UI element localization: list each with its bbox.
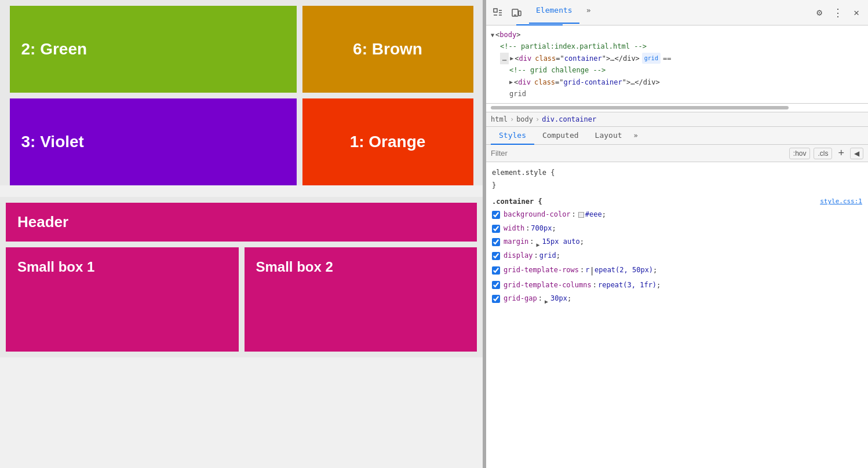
collapse-button[interactable]: ◀ <box>850 148 863 159</box>
ellipsis-btn[interactable]: … <box>500 53 509 64</box>
element-style-header: element.style { <box>492 167 862 180</box>
tab-styles-more[interactable]: » <box>630 127 641 144</box>
webpage-preview: 2: Green 6: Brown 3: Violet 1: Orange H <box>0 0 483 468</box>
box-orange: 1: Orange <box>302 98 473 185</box>
tab-elements[interactable]: Elements <box>529 2 579 24</box>
container-triangle[interactable]: ▶ <box>510 53 513 63</box>
hov-button[interactable]: :hov <box>789 148 811 159</box>
box-small-1: Small box 1 <box>6 247 239 352</box>
prop-grid-gap: grid-gap : ▶ 30px ; <box>492 292 862 306</box>
tree-body[interactable]: ▼ <body> <box>491 29 863 41</box>
violet-label: 3: Violet <box>21 133 84 151</box>
header-label: Header <box>17 213 68 231</box>
tab-more[interactable]: » <box>579 2 598 24</box>
html-tree-scrollbar[interactable] <box>491 106 789 109</box>
filter-bar: :hov .cls + ◀ <box>486 145 868 162</box>
prop-margin-checkbox[interactable] <box>492 238 500 246</box>
menu-icon[interactable]: ⋮ <box>830 5 846 21</box>
container-rule-header: .container { <box>492 196 542 209</box>
prop-gtc-checkbox[interactable] <box>492 281 500 289</box>
bg-color-swatch[interactable] <box>578 212 584 218</box>
box-violet: 3: Violet <box>10 98 297 185</box>
box-small-2: Small box 2 <box>245 247 477 352</box>
inspect-icon[interactable] <box>490 5 506 21</box>
more-tabs-label: » <box>586 6 591 14</box>
prop-grid-template-columns: grid-template-columns : repeat(3, 1fr) ; <box>492 279 862 292</box>
tree-comment2: <!-- grid challenge --> <box>491 64 863 76</box>
box-green: 2: Green <box>10 6 297 93</box>
small2-label: Small box 2 <box>256 259 333 275</box>
green-label: 2: Green <box>21 40 87 58</box>
prop-width-checkbox[interactable] <box>492 225 500 233</box>
margin-expand[interactable]: ▶ <box>537 240 541 244</box>
settings-icon[interactable]: ⚙ <box>811 5 827 21</box>
css-properties: element.style { } .container { style.css… <box>486 162 868 468</box>
devtools-settings: ⚙ ⋮ ✕ <box>811 5 865 21</box>
breadcrumb-html[interactable]: html <box>491 115 508 123</box>
body-triangle[interactable]: ▼ <box>491 30 494 40</box>
prop-grid-template-rows: grid-template-rows : r|epeat(2, 50px) ; <box>492 263 862 279</box>
tree-partial: grid <box>491 88 863 100</box>
prop-background-color: background-color : #eee ; <box>492 208 862 222</box>
svg-rect-6 <box>519 11 521 16</box>
grid-gap-expand[interactable]: ▶ <box>545 297 549 301</box>
add-rule-button[interactable]: + <box>836 147 847 159</box>
grid-badge[interactable]: grid <box>642 53 661 64</box>
small1-label: Small box 1 <box>17 259 94 275</box>
breadcrumb-div-container[interactable]: div.container <box>542 115 596 123</box>
prop-gg-checkbox[interactable] <box>492 295 500 303</box>
breadcrumb-bar: html › body › div.container <box>486 112 868 127</box>
tab-computed[interactable]: Computed <box>534 127 587 145</box>
cls-button[interactable]: .cls <box>814 148 832 159</box>
tree-div-grid-container[interactable]: ▶ <div class="grid-container" >…</div> <box>491 76 863 88</box>
prop-width: width : 700px ; <box>492 222 862 236</box>
prop-gtr-checkbox[interactable] <box>492 266 500 275</box>
prop-margin: margin : ▶ 15px auto ; <box>492 235 862 249</box>
tab-layout[interactable]: Layout <box>587 127 630 145</box>
prop-bg-checkbox[interactable] <box>492 211 500 219</box>
orange-label: 1: Orange <box>350 133 426 151</box>
html-tree: ▼ <body> <!-- partial:index.partial.html… <box>486 25 868 104</box>
devtools-toolbar: Elements » ⚙ ⋮ ✕ <box>486 0 868 25</box>
box-header: Header <box>6 203 477 242</box>
device-icon[interactable] <box>508 5 524 21</box>
brown-label: 6: Brown <box>353 40 422 58</box>
box-brown: 6: Brown <box>302 6 473 93</box>
elements-tab-label: Elements <box>536 6 572 14</box>
filter-input[interactable] <box>491 149 786 158</box>
element-style-rule: element.style { } <box>492 167 862 192</box>
breadcrumb-body[interactable]: body <box>516 115 533 123</box>
prop-display: display : grid ; <box>492 249 862 263</box>
tree-div-container[interactable]: … ▶ <div class="container" >…</div> grid… <box>491 53 863 64</box>
grid-container-triangle[interactable]: ▶ <box>509 77 513 87</box>
element-style-close: } <box>492 180 862 192</box>
tab-styles[interactable]: Styles <box>491 127 534 145</box>
container-source[interactable]: style.css:1 <box>820 196 862 207</box>
svg-rect-0 <box>494 9 497 12</box>
prop-display-checkbox[interactable] <box>492 252 500 260</box>
close-icon[interactable]: ✕ <box>848 5 865 21</box>
cursor-indicator: | <box>590 264 595 278</box>
styles-tabs: Styles Computed Layout » <box>486 127 868 145</box>
small-boxes-row: Small box 1 Small box 2 <box>6 247 477 352</box>
devtools-panel: Elements » ⚙ ⋮ ✕ ▼ <body> <!-- partial:i… <box>486 0 868 468</box>
tree-comment1: <!-- partial:index.partial.html --> <box>491 41 863 52</box>
container-rule: .container { style.css:1 background-colo… <box>492 196 862 306</box>
